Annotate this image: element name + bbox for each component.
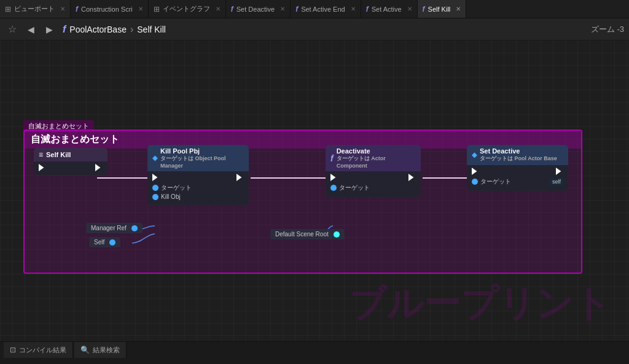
grid2-icon: ⊞ [154,5,160,14]
tab-construction[interactable]: f Construction Scri ✕ [71,0,149,18]
forward-icon: ▶ [46,25,53,34]
f-icon: f [76,5,78,14]
exec-in-setdeactive [472,168,479,175]
tab-viewport-close[interactable]: ✕ [60,6,65,12]
exec-pin-row-setdeactive [467,168,568,175]
default-scene-root-node[interactable]: Default Scene Root [270,229,345,239]
scene-root-out-pin [334,231,340,238]
exec-out-deactivate [408,174,416,181]
search-icon: 🔍 [80,346,90,354]
target-pin-dot [152,185,158,191]
target-pin-row: ターゲット [152,184,244,192]
exec-in-killpool [152,174,160,181]
bottom-bar: ⊡ コンパイル結果 🔍 結果検索 [0,341,629,358]
tab-viewport-label: ビューポート [14,4,55,14]
node-set-deactive-subtitle: ターゲットは Pool Actor Base [480,155,557,163]
grid-icon: ⊞ [5,5,11,14]
node-deactivate-body: ターゲット [326,171,421,197]
back-icon: ◀ [28,25,34,34]
search-results-tab[interactable]: 🔍 結果検索 [74,342,127,358]
tab-bar: ⊞ ビューポート ✕ f Construction Scri ✕ ⊞ イベントグ… [0,0,629,18]
breadcrumb-root[interactable]: PoolActorBase [69,25,127,34]
bookmark-button[interactable]: ☆ [5,22,20,37]
tab-set-active-label: Set Active [372,6,402,13]
exec-out-setdeactive [556,168,563,175]
node-set-deactive-title: Set Deactive [480,147,557,155]
manager-ref-out-pin [131,225,138,231]
canvas-area[interactable]: 自滅おまとめセット 自滅おまとめセット ≡ Self Kill ◆ Kill P… [0,41,629,341]
tab-self-kill-close[interactable]: ✕ [456,6,461,12]
node-self-kill-header: ≡ Self Kill [34,148,107,161]
tab-set-active-end-label: Set Active End [301,6,345,13]
setdeactive-target-label: ターゲット [480,177,511,186]
exec-in-pin [39,164,46,171]
tab-set-deactive[interactable]: f Set Deactive ✕ [226,0,291,18]
f4-icon: f [366,5,369,14]
node-kill-pool-title: Kill Pool Pbj [160,147,244,155]
compile-results-label: コンパイル結果 [19,346,66,355]
self-out-pin [109,239,115,246]
self-badge: self [550,178,563,185]
setdeactive-target-dot [472,179,478,185]
deactivate-target-pin-row: ターゲット [330,184,416,192]
node-set-deactive-header: ◆ Set Deactive ターゲットは Pool Actor Base [467,145,568,165]
back-button[interactable]: ◀ [23,22,38,37]
exec-pin-row [34,164,107,171]
exec-in-deactivate [330,174,338,181]
tab-eventgraph[interactable]: ⊞ イベントグラフ ✕ [149,0,226,18]
watermark: ブループリント [349,279,611,329]
node-set-deactive-body: ターゲット self [467,165,568,191]
manager-ref-label: Manager Ref [91,225,127,231]
tab-set-deactive-close[interactable]: ✕ [280,6,285,12]
breadcrumb-icon: f [63,24,66,35]
tab-set-deactive-label: Set Deactive [236,6,275,13]
killobj-pin-row: Kill Obj [152,193,244,200]
tab-eventgraph-close[interactable]: ✕ [216,6,221,12]
tab-construction-close[interactable]: ✕ [138,6,143,12]
breadcrumb-current: Self Kill [137,25,166,34]
toolbar: ☆ ◀ ▶ f PoolActorBase › Self Kill ズーム -3 [0,18,629,41]
default-scene-root-label: Default Scene Root [275,231,329,238]
forward-button[interactable]: ▶ [42,22,57,37]
self-node[interactable]: Self [89,237,120,247]
set-deactive-icon: ◆ [472,151,477,159]
f5-icon: f [423,5,425,14]
compile-results-tab[interactable]: ⊡ コンパイル結果 [4,342,73,358]
node-self-kill-title: Self Kill [46,151,71,158]
node-self-kill[interactable]: ≡ Self Kill [34,148,107,175]
compile-icon: ⊡ [10,346,16,354]
node-kill-pool[interactable]: ◆ Kill Pool Pbj ターゲットは Object Pool Manag… [147,145,249,205]
deactivate-target-dot [330,185,337,191]
manager-ref-node[interactable]: Manager Ref [86,223,143,233]
node-deactivate-title: Deactivate [337,147,416,155]
tab-eventgraph-label: イベントグラフ [163,4,210,14]
star-icon: ☆ [8,23,17,35]
kill-pool-icon: ◆ [152,154,157,162]
node-icon: ≡ [39,150,43,159]
node-deactivate-subtitle: ターゲットは Actor Component [337,155,416,169]
deactivate-icon: f [330,153,334,163]
tab-set-active[interactable]: f Set Active ✕ [361,0,418,18]
exec-pin-row-killpool [147,174,249,181]
setdeactive-target-pin-row: ターゲット self [472,177,563,186]
tab-viewport[interactable]: ⊞ ビューポート ✕ [0,0,71,18]
deactivate-target-label: ターゲット [339,184,370,192]
killobj-pin-label: Kill Obj [161,193,181,200]
node-deactivate-header: f Deactivate ターゲットは Actor Component [326,145,421,171]
node-kill-pool-body: ターゲット Kill Obj [147,171,249,205]
tab-set-active-end[interactable]: f Set Active End ✕ [291,0,361,18]
node-deactivate[interactable]: f Deactivate ターゲットは Actor Component ターゲッ… [326,145,421,197]
breadcrumb: f PoolActorBase › Self Kill [63,24,166,35]
search-results-label: 結果検索 [93,346,120,355]
node-kill-pool-subtitle: ターゲットは Object Pool Manager [160,155,244,169]
tab-set-active-end-close[interactable]: ✕ [351,6,356,12]
tab-self-kill[interactable]: f Self Kill ✕ [418,0,467,18]
exec-out-pin [95,164,103,171]
killobj-pin-dot [152,194,158,200]
exec-out-killpool [236,174,244,181]
node-set-deactive[interactable]: ◆ Set Deactive ターゲットは Pool Actor Base ター… [467,145,568,191]
tab-construction-label: Construction Scri [81,6,133,13]
tab-set-active-close[interactable]: ✕ [407,6,412,12]
exec-pin-row-deactivate [326,174,421,181]
zoom-level: ズーム -3 [591,24,624,35]
